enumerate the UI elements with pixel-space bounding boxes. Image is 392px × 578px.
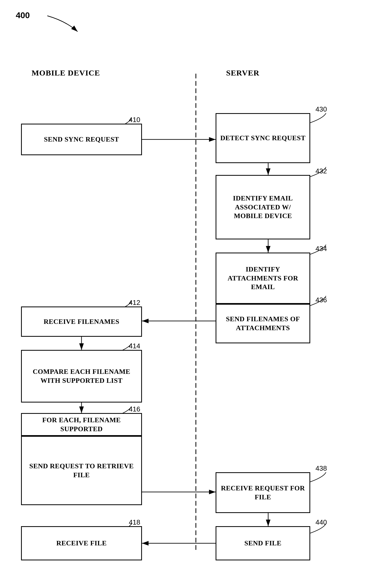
send-file-label: Send File — [244, 539, 281, 548]
receive-filenames-box: Receive Filenames — [21, 306, 142, 337]
ref-416: 416 — [129, 405, 140, 413]
identify-attachments-label: Identify Attachments for Email — [220, 265, 306, 291]
ref-410: 410 — [129, 116, 140, 124]
send-sync-request-box: Send Sync Request — [21, 124, 142, 155]
identify-email-label: Identify Email Associated w/ Mobile Devi… — [220, 194, 306, 220]
ref-430: 430 — [315, 105, 327, 113]
ref-438: 438 — [315, 464, 327, 473]
ref-412: 412 — [129, 299, 140, 307]
receive-filenames-label: Receive Filenames — [44, 317, 119, 326]
send-filenames-label: Send Filenames of Attachments — [220, 315, 306, 333]
diagram-container: 400 — [0, 0, 392, 578]
ref-432: 432 — [315, 167, 327, 175]
identify-attachments-box: Identify Attachments for Email — [216, 253, 310, 304]
for-each-supported-box: For Each, Filename Supported — [21, 413, 142, 437]
for-each-supported-label: For Each, Filename Supported — [26, 416, 138, 434]
receive-request-file-box: Receive Request for File — [216, 472, 310, 513]
figure-number: 400 — [16, 11, 30, 20]
send-file-box: Send File — [216, 526, 310, 560]
send-filenames-box: Send Filenames of Attachments — [216, 304, 310, 343]
ref-414: 414 — [129, 342, 140, 350]
ref-440: 440 — [315, 518, 327, 526]
detect-sync-request-box: Detect Sync Request — [216, 113, 310, 163]
ref-418: 418 — [129, 518, 140, 526]
compare-filename-box: Compare Each Filename with Supported Lis… — [21, 350, 142, 403]
compare-filename-label: Compare Each Filename with Supported Lis… — [26, 367, 138, 385]
receive-file-label: Receive File — [56, 539, 107, 548]
server-header: Server — [226, 68, 259, 77]
mobile-device-header: Mobile Device — [32, 68, 100, 77]
send-request-retrieve-box: Send Request to Retrieve File — [21, 437, 142, 505]
ref-434: 434 — [315, 245, 327, 253]
receive-file-box: Receive File — [21, 526, 142, 560]
detect-sync-request-label: Detect Sync Request — [220, 134, 306, 143]
receive-request-file-label: Receive Request for File — [220, 484, 306, 502]
ref-436: 436 — [315, 296, 327, 304]
send-request-retrieve-label: Send Request to Retrieve File — [26, 462, 138, 480]
send-sync-request-label: Send Sync Request — [44, 135, 119, 144]
identify-email-box: Identify Email Associated w/ Mobile Devi… — [216, 175, 310, 239]
